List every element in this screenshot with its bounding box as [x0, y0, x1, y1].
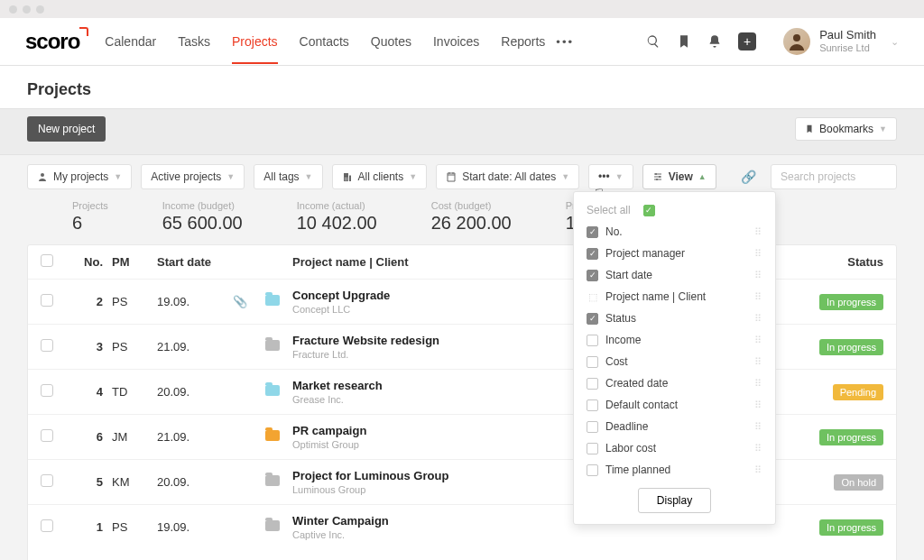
col-status[interactable]: Status [802, 255, 883, 269]
nav-icon-group: + [646, 32, 756, 50]
row-checkbox[interactable] [41, 429, 53, 442]
cell-project[interactable]: Winter CampaignCaptive Inc. [292, 514, 554, 540]
new-project-button[interactable]: New project [27, 116, 106, 142]
user-name: Paul Smith [819, 29, 876, 42]
option-checkbox[interactable] [587, 399, 598, 411]
drag-handle-icon[interactable]: ⠿ [754, 291, 762, 303]
filter-all-clients[interactable]: All clients ▼ [332, 164, 428, 189]
view-option[interactable]: Income⠿ [574, 329, 775, 351]
option-checkbox[interactable] [587, 421, 598, 433]
row-checkbox[interactable] [41, 519, 53, 532]
traffic-light-max[interactable] [36, 5, 44, 14]
drag-handle-icon[interactable]: ⠿ [754, 356, 762, 368]
drag-handle-icon[interactable]: ⠿ [754, 399, 762, 411]
traffic-light-close[interactable] [9, 5, 17, 14]
drag-handle-icon[interactable]: ⠿ [754, 443, 762, 454]
drag-handle-icon[interactable]: ⠿ [754, 421, 762, 433]
search-input[interactable] [771, 164, 897, 189]
view-option[interactable]: ✓Start date⠿ [574, 264, 775, 286]
filter-more[interactable]: ••• ▼ [588, 164, 633, 189]
drag-handle-icon[interactable]: ⠿ [754, 464, 762, 476]
bell-icon[interactable] [707, 34, 722, 49]
row-checkbox[interactable] [41, 384, 53, 397]
view-option[interactable]: Time planned⠿ [574, 459, 775, 481]
drag-handle-icon[interactable]: ⠿ [754, 226, 762, 238]
view-option[interactable]: Deadline⠿ [574, 416, 775, 437]
col-project[interactable]: Project name | Client [292, 255, 554, 269]
row-checkbox[interactable] [41, 294, 53, 307]
filter-active-projects[interactable]: Active projects ▼ [141, 164, 245, 189]
option-label: Project manager [605, 247, 685, 260]
option-checkbox[interactable] [587, 335, 598, 346]
view-option[interactable]: Cost⠿ [574, 351, 775, 372]
nav-item-contacts[interactable]: Contacts [300, 19, 349, 64]
select-all-checkbox[interactable] [41, 254, 53, 267]
view-option[interactable]: ⬚Project name | Client⠿ [574, 286, 775, 308]
cell-project[interactable]: Market researchGrease Inc. [292, 379, 554, 405]
view-option[interactable]: ✓No.⠿ [574, 221, 775, 243]
display-button[interactable]: Display [638, 488, 711, 513]
nav-item-invoices[interactable]: Invoices [433, 19, 479, 64]
view-option[interactable]: Created date⠿ [574, 372, 775, 394]
view-option[interactable]: ✓Status⠿ [574, 308, 775, 329]
cell-project[interactable]: Fracture Website redesignFracture Ltd. [292, 334, 554, 360]
kpi-row: Projects6Income (budget)65 600.00Income … [0, 189, 924, 241]
row-checkbox[interactable] [41, 474, 53, 487]
link-icon[interactable]: 🔗 [741, 170, 756, 184]
user-menu[interactable]: Paul Smith Sunrise Ltd ⌄ [783, 28, 899, 55]
nav-item-reports[interactable]: Reports [501, 19, 545, 64]
cell-project[interactable]: Project for Luminous GroupLuminous Group [292, 469, 554, 495]
filter-label: My projects [53, 170, 108, 183]
option-checkbox[interactable] [587, 378, 598, 390]
drag-handle-icon[interactable]: ⠿ [754, 313, 762, 325]
drag-handle-icon[interactable]: ⠿ [754, 270, 762, 281]
traffic-light-min[interactable] [23, 5, 31, 14]
nav-item-quotes[interactable]: Quotes [371, 19, 411, 64]
kpi-value: 10 402.00 [297, 213, 377, 234]
view-option[interactable]: ✓Project manager⠿ [574, 243, 775, 264]
bookmark-icon[interactable] [677, 34, 691, 49]
nav-item-projects[interactable]: Projects [232, 19, 278, 64]
cell-date: 20.09. [157, 475, 233, 489]
filter-view[interactable]: View ▲ [642, 164, 716, 189]
option-checkbox[interactable]: ✓ [587, 270, 598, 281]
chevron-down-icon: ⌄ [891, 36, 899, 48]
option-checkbox[interactable] [587, 443, 598, 454]
option-checkbox[interactable]: ✓ [587, 248, 598, 260]
filter-all-tags[interactable]: All tags ▼ [254, 164, 322, 189]
caret-down-icon: ▼ [226, 172, 235, 181]
option-checkbox[interactable]: ✓ [587, 313, 598, 325]
option-checkbox[interactable]: ✓ [587, 226, 598, 238]
nav-item-calendar[interactable]: Calendar [105, 19, 156, 64]
select-all-row[interactable]: Select all ✓ [574, 199, 775, 221]
nav-more[interactable]: ••• [556, 35, 574, 49]
filter-start-date[interactable]: Start date: All dates ▼ [436, 164, 579, 189]
drag-handle-icon[interactable]: ⠿ [754, 378, 762, 390]
option-checkbox[interactable] [587, 356, 598, 368]
status-badge: On hold [834, 474, 883, 491]
col-pm[interactable]: PM [112, 255, 157, 269]
drag-handle-icon[interactable]: ⠿ [754, 335, 762, 346]
option-checkbox[interactable] [587, 464, 598, 476]
filter-my-projects[interactable]: My projects ▼ [27, 164, 132, 189]
filter-label: All clients [358, 170, 404, 183]
user-org: Sunrise Ltd [819, 42, 876, 54]
col-no[interactable]: No. [71, 255, 112, 269]
logo[interactable]: scoro [25, 29, 79, 54]
drag-handle-icon[interactable]: ⠿ [754, 248, 762, 260]
bookmarks-dropdown[interactable]: Bookmarks ▼ [795, 117, 897, 141]
add-button[interactable]: + [738, 32, 756, 50]
svg-point-4 [656, 179, 658, 180]
cell-project[interactable]: PR campaignOptimist Group [292, 424, 554, 450]
cell-date: 21.09. [157, 340, 233, 353]
select-all-checkbox[interactable]: ✓ [643, 205, 655, 216]
cell-project[interactable]: Concept UpgradeConcept LLC [292, 289, 554, 315]
row-checkbox[interactable] [41, 339, 53, 352]
search-icon[interactable] [646, 34, 661, 49]
view-option[interactable]: Default contact⠿ [574, 394, 775, 416]
nav-item-tasks[interactable]: Tasks [178, 19, 210, 64]
col-start-date[interactable]: Start date [157, 255, 233, 269]
attachment-icon[interactable]: 📎 [233, 295, 265, 308]
lock-icon: ⬚ [587, 291, 598, 303]
view-option[interactable]: Labor cost⠿ [574, 437, 775, 459]
